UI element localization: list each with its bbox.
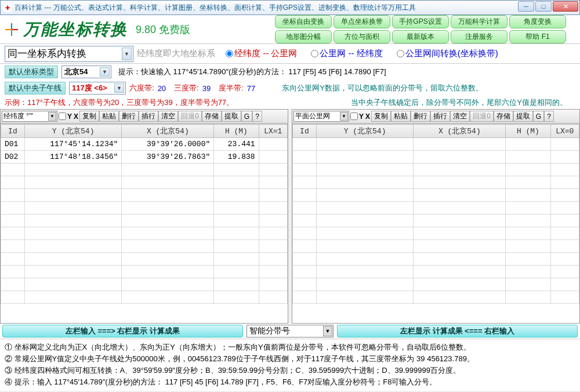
chevron-down-icon: ▼: [114, 84, 124, 93]
meridian-label: 默认中央子午线: [5, 82, 66, 95]
chevron-down-icon: ▼: [122, 48, 132, 60]
right-toolbar-button[interactable]: 粘贴: [391, 111, 411, 122]
right-toolbar-button[interactable]: G: [533, 111, 544, 122]
right-pane: 平面公里网▼ Y X复制粘贴删行插行清空回退0存储提取G? IdY (北京54)…: [292, 109, 580, 324]
left-yx-checkbox[interactable]: Y X: [57, 112, 79, 121]
left-toolbar-button[interactable]: 复制: [79, 111, 99, 122]
left-toolbar-button[interactable]: 粘贴: [99, 111, 119, 122]
window-title: 百科计算 --- 万能公式、表达式计算、科学计算、计算图册、坐标转换、面积计算、…: [14, 3, 416, 13]
left-toolbar-button[interactable]: 存储: [202, 111, 222, 122]
right-toolbar-button[interactable]: 提取: [513, 111, 533, 122]
right-yx-checkbox[interactable]: Y X: [349, 112, 371, 121]
table-row[interactable]: D01117°45′14.1234″39°39′26.0000″23.441: [1, 138, 288, 151]
meridian-combo[interactable]: 117度 <6>▼: [69, 82, 126, 95]
left-format-combo[interactable]: 经纬度 °′″▼: [2, 111, 57, 122]
footer-bar: 左栏输入 ===> 右栏显示 计算成果 智能分带号▼ 左栏显示 计算成果 <==…: [0, 324, 580, 339]
left-toolbar-button[interactable]: 删行: [119, 111, 139, 122]
data-panes: 经纬度 °′″▼ Y X复制粘贴删行插行清空回退0存储提取G? IdY (北京5…: [0, 109, 580, 324]
right-grid[interactable]: IdY (北京54)X (北京54)H (M)LX=0: [292, 124, 579, 323]
chevron-down-icon: ▼: [100, 67, 110, 77]
right-toolbar-button[interactable]: ?: [544, 111, 554, 122]
minimize-button[interactable]: ─: [518, 1, 534, 12]
nav-button[interactable]: 单点坐标换带: [334, 15, 390, 28]
right-toolbar: 平面公里网▼ Y X复制粘贴删行插行清空回退0存储提取G?: [292, 110, 579, 124]
compute-left-to-right-button[interactable]: 左栏输入 ===> 右栏显示 计算成果: [2, 325, 243, 337]
notes-panel: ① 坐标网定义北向为正X（向北增大）、东向为正Y（向东增大）；一般东向Y值前两位…: [0, 339, 580, 391]
nav-button[interactable]: 地形图分幅: [275, 30, 332, 43]
radio-latlon-to-km[interactable]: 经纬度 -- 公里网: [226, 48, 297, 59]
transform-mode-combo[interactable]: 同一坐标系内转换▼: [5, 46, 133, 62]
chevron-down-icon: ▼: [323, 326, 332, 336]
app-title: 万能坐标转换: [23, 19, 128, 41]
radio-km-to-latlon[interactable]: 公里网 -- 经纬度: [311, 48, 382, 59]
nav-button[interactable]: 最新版本: [392, 30, 449, 43]
right-toolbar-button[interactable]: 存储: [494, 111, 513, 122]
left-toolbar-button[interactable]: 回退0: [178, 111, 202, 122]
nav-button[interactable]: 手持GPS设置: [392, 15, 449, 28]
nav-button[interactable]: 角度变换: [509, 15, 566, 28]
coord-type-label: 默认坐标类型: [5, 66, 58, 78]
close-button[interactable]: ✕: [553, 1, 578, 12]
coord-type-combo[interactable]: 北京54▼: [61, 66, 111, 78]
nav-button[interactable]: 注册服务: [451, 30, 507, 43]
nav-button[interactable]: 万能科学计算: [451, 15, 507, 28]
app-icon: ✚: [3, 3, 12, 12]
app-version: 9.80 免费版: [136, 23, 190, 37]
zone-mode-combo[interactable]: 智能分带号▼: [246, 325, 334, 337]
left-toolbar-button[interactable]: ?: [252, 111, 262, 122]
input-hint: 提示：快速输入 117°45′14.7890″(度分秒)的方法： 117 [F5…: [118, 67, 386, 77]
app-header: 河东软件园 万能坐标转换 9.80 免费版 坐标自由变换单点坐标换带手持GPS设…: [0, 15, 580, 44]
left-toolbar-button[interactable]: 插行: [139, 111, 158, 122]
coord-type-row: 默认坐标类型 北京54▼ 提示：快速输入 117°45′14.7890″(度分秒…: [0, 64, 580, 80]
right-toolbar-button[interactable]: 清空: [450, 111, 470, 122]
compute-right-to-left-button[interactable]: 左栏显示 计算成果 <=== 右栏输入: [337, 325, 578, 337]
east-y-hint: 东向公里网Y数据，可以忽略前面的分带号，留取六位整数。: [282, 83, 483, 93]
nav-button[interactable]: 方位与面积: [334, 30, 390, 43]
right-toolbar-button[interactable]: 插行: [430, 111, 450, 122]
left-grid[interactable]: IdY (北京54)X (北京54)H (M)LX=1D01117°45′14.…: [1, 124, 288, 323]
right-toolbar-button[interactable]: 删行: [411, 111, 430, 122]
nav-button[interactable]: 坐标自由变换: [275, 15, 332, 28]
gray-hint: 经纬度即大地坐标系: [137, 48, 215, 59]
radio-km-to-km[interactable]: 公里网间转换(坐标换带): [397, 48, 498, 59]
nav-button[interactable]: 帮助 F1: [509, 30, 566, 43]
window-titlebar: ✚ 百科计算 --- 万能公式、表达式计算、科学计算、计算图册、坐标转换、面积计…: [0, 0, 580, 15]
left-toolbar-button[interactable]: 清空: [158, 111, 178, 122]
right-toolbar-button[interactable]: 复制: [371, 111, 391, 122]
example-row: 示例：117°子午线，六度带号为20，三度带号为39，度半带号为77。 当中央子…: [0, 96, 580, 109]
meridian-row: 默认中央子午线 117度 <6>▼ 六度带:20 三度带:39 度半带:77 东…: [0, 80, 580, 96]
table-row[interactable]: D02117°48′18.3456″39°39′26.7863″19.838: [1, 151, 288, 164]
right-toolbar-button[interactable]: 回退0: [470, 111, 494, 122]
left-toolbar-button[interactable]: G: [241, 111, 252, 122]
mode-row: 同一坐标系内转换▼ 经纬度即大地坐标系 经纬度 -- 公里网 公里网 -- 经纬…: [0, 44, 580, 64]
maximize-button[interactable]: □: [535, 1, 552, 12]
left-toolbar-button[interactable]: 提取: [222, 111, 241, 122]
left-pane: 经纬度 °′″▼ Y X复制粘贴删行插行清空回退0存储提取G? IdY (北京5…: [0, 109, 288, 324]
right-format-combo[interactable]: 平面公里网▼: [293, 111, 349, 122]
left-toolbar: 经纬度 °′″▼ Y X复制粘贴删行插行清空回退0存储提取G?: [1, 110, 288, 124]
logo-icon: [3, 21, 20, 38]
